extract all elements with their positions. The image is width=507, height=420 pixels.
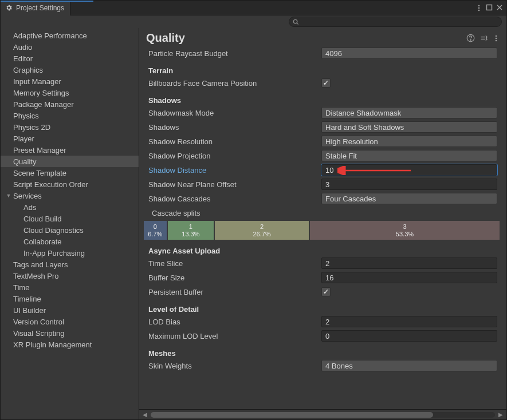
cascade-segment-1[interactable]: 113.3% (168, 221, 215, 240)
sidebar-item-label: Version Control (13, 318, 64, 326)
sidebar-item-script-execution-order[interactable]: Script Execution Order (1, 179, 139, 190)
help-icon[interactable] (466, 34, 475, 42)
sidebar-item-label: Quality (13, 157, 36, 166)
sidebar-item-version-control[interactable]: Version Control (1, 316, 139, 327)
close-icon[interactable] (496, 4, 503, 11)
time-slice-field[interactable]: 2 (321, 257, 497, 269)
sidebar-item-player[interactable]: Player (1, 133, 139, 144)
shadowmask-mode-field[interactable]: Distance Shadowmask (321, 107, 497, 118)
sidebar-item-ui-builder[interactable]: UI Builder (1, 304, 139, 316)
properties-scroll[interactable]: Particle Raycast Budget 4096 Terrain Bil… (139, 45, 506, 409)
cascade-segment-2[interactable]: 226.7% (215, 221, 310, 240)
sidebar-item-label: UI Builder (13, 306, 46, 315)
sidebar-item-scene-template[interactable]: Scene Template (1, 167, 139, 179)
sidebar-item-memory-settings[interactable]: Memory Settings (1, 87, 139, 98)
shadow-distance-field[interactable] (321, 164, 497, 176)
svg-point-8 (496, 37, 497, 39)
shadow-resolution-field[interactable]: High Resolution (321, 136, 497, 147)
sidebar-item-audio[interactable]: Audio (1, 41, 139, 53)
shadow-near-plane-field[interactable]: 3 (321, 179, 497, 190)
shadow-distance-label: Shadow Distance (146, 166, 321, 175)
sidebar-item-label: Services (13, 192, 42, 200)
shadow-projection-field[interactable]: Stable Fit (321, 150, 497, 161)
chevron-down-icon: ▼ (5, 193, 12, 199)
async-header: Async Asset Upload (146, 247, 497, 255)
lod-bias-field[interactable]: 2 (321, 316, 497, 327)
sidebar-item-label: Physics (13, 112, 39, 120)
sidebar-item-cloud-diagnostics[interactable]: Cloud Diagnostics (1, 224, 139, 236)
window-tab[interactable]: Project Settings (1, 1, 70, 15)
sidebar-item-label: Package Manager (13, 100, 74, 109)
sidebar-item-label: In-App Purchasing (23, 249, 85, 257)
sidebar-item-package-manager[interactable]: Package Manager (1, 98, 139, 110)
scroll-left-icon[interactable]: ◀ (142, 411, 148, 418)
shadows-field[interactable]: Hard and Soft Shadows (321, 121, 497, 133)
sidebar-item-physics[interactable]: Physics (1, 110, 139, 121)
meshes-header: Meshes (146, 349, 497, 358)
sidebar-item-timeline[interactable]: Timeline (1, 293, 139, 304)
svg-point-7 (496, 35, 497, 37)
page-title: Quality (146, 31, 466, 45)
titlebar: Project Settings (1, 1, 506, 15)
skin-weights-field[interactable]: 4 Bones (321, 360, 497, 371)
sidebar-item-visual-scripting[interactable]: Visual Scripting (1, 327, 139, 339)
sidebar-item-time[interactable]: Time (1, 282, 139, 293)
scroll-right-icon[interactable]: ▶ (497, 411, 504, 418)
sidebar-item-editor[interactable]: Editor (1, 53, 139, 64)
sidebar-item-tags-and-layers[interactable]: Tags and Layers (1, 259, 139, 270)
svg-point-2 (478, 9, 480, 11)
search-row (1, 15, 506, 28)
terrain-header: Terrain (146, 66, 497, 75)
gear-icon (5, 4, 13, 11)
sidebar-item-label: Adaptive Performance (13, 31, 87, 40)
sidebar-item-input-manager[interactable]: Input Manager (1, 76, 139, 87)
sidebar-item-ads[interactable]: Ads (1, 201, 139, 213)
billboards-face-checkbox[interactable] (321, 78, 331, 88)
sidebar-item-label: Graphics (13, 66, 43, 74)
svg-point-1 (478, 7, 480, 9)
search-icon (293, 19, 299, 25)
sidebar-item-label: Player (13, 134, 34, 143)
sidebar-item-textmesh-pro[interactable]: TextMesh Pro (1, 270, 139, 282)
persistent-buffer-checkbox[interactable] (321, 287, 331, 296)
sidebar-item-label: Ads (23, 203, 36, 212)
sidebar-item-graphics[interactable]: Graphics (1, 64, 139, 76)
max-lod-level-label: Maximum LOD Level (146, 332, 321, 340)
sidebar-item-physics-2d[interactable]: Physics 2D (1, 121, 139, 133)
window-title: Project Settings (16, 4, 64, 12)
shadows-label: Shadows (146, 123, 321, 132)
maximize-icon[interactable] (486, 4, 493, 11)
sidebar-item-label: Script Execution Order (13, 180, 88, 189)
sidebar-item-quality[interactable]: Quality (1, 156, 139, 167)
preset-icon[interactable] (480, 34, 488, 42)
content-panel: Quality Particle Raycast Budget 4096 Ter… (139, 28, 506, 419)
sidebar-item-collaborate[interactable]: Collaborate (1, 236, 139, 247)
sidebar-item-label: Memory Settings (13, 89, 69, 97)
sidebar-item-cloud-build[interactable]: Cloud Build (1, 213, 139, 224)
max-lod-level-field[interactable]: 0 (321, 330, 497, 342)
sidebar-item-in-app-purchasing[interactable]: In-App Purchasing (1, 247, 139, 259)
persistent-buffer-label: Persistent Buffer (146, 288, 321, 296)
sidebar-item-preset-manager[interactable]: Preset Manager (1, 144, 139, 156)
cascade-segment-3[interactable]: 353.3% (310, 221, 500, 240)
sidebar-item-label: Physics 2D (13, 123, 50, 132)
sidebar-item-label: Cloud Build (23, 215, 62, 223)
horizontal-scrollbar[interactable]: ◀ ▶ (139, 409, 506, 419)
buffer-size-field[interactable]: 16 (321, 272, 497, 283)
sidebar-item-xr-plugin-management[interactable]: XR Plugin Management (1, 339, 139, 350)
particle-raycast-budget-field[interactable]: 4096 (321, 47, 497, 59)
sidebar-item-label: Editor (13, 54, 33, 63)
sidebar-item-label: Preset Manager (13, 146, 66, 154)
kebab-icon[interactable] (475, 4, 482, 12)
buffer-size-label: Buffer Size (146, 274, 321, 282)
shadow-cascades-field[interactable]: Four Cascades (321, 193, 497, 204)
more-icon[interactable] (493, 34, 500, 42)
sidebar-item-adaptive-performance[interactable]: Adaptive Performance (1, 30, 139, 41)
project-settings-window: Project Settings Adaptive PerformanceAud… (0, 0, 507, 420)
cascade-segment-0[interactable]: 06.7% (144, 221, 168, 240)
cascade-splits-bar[interactable]: 06.7%113.3%226.7%353.3% (144, 221, 500, 240)
sidebar-item-label: Tags and Layers (13, 260, 68, 269)
sidebar-item-services[interactable]: ▼Services (1, 190, 139, 201)
search-input[interactable] (289, 17, 502, 27)
svg-point-9 (496, 39, 497, 41)
